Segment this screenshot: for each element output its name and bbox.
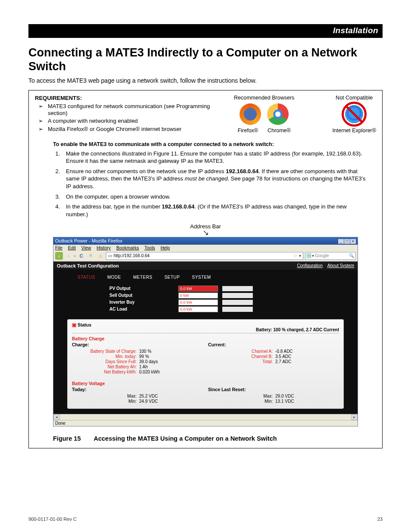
home-button[interactable]: ⌂ [97, 252, 104, 260]
kv-val: 3.5 ADC [275, 354, 291, 359]
menu-item[interactable]: Bookmarks [116, 245, 139, 250]
meter-rows: PV Output0.0 kW Sell Output0 kW Inverter… [66, 286, 345, 312]
scroll-left-icon[interactable]: ◂ [53, 414, 60, 420]
meter-value: 0.0 kW [178, 299, 218, 305]
kv-val: 29.0 VDC [275, 394, 294, 398]
browser-window: Outback Power - Mozilla Firefox _□× File… [53, 237, 358, 426]
window-title: Outback Power - Mozilla Firefox [55, 238, 122, 243]
pointer-arrow: ↘ [35, 230, 376, 235]
requirement-item: MATE3 configured for network communicati… [38, 103, 226, 117]
page-footer: 900-0117-01-00 Rev C 23 [28, 516, 383, 522]
menu-item[interactable]: Tools [144, 245, 155, 250]
search-icon[interactable]: 🔍 [349, 253, 354, 258]
close-icon[interactable]: × [350, 239, 356, 244]
figure-text: Accessing the MATE3 Using a Computer on … [93, 435, 277, 442]
link-about-system[interactable]: About System [327, 263, 354, 268]
chrome-label: Chrome® [268, 128, 291, 134]
battery-voltage-title: Battery Voltage [72, 381, 339, 386]
requirement-item: Mozilla Firefox® or Google Chrome® inter… [38, 126, 226, 133]
intro-text: To access the MATE3 web page using a net… [28, 77, 383, 84]
kv-val: 13.1 VDC [275, 399, 294, 404]
menu-item[interactable]: Help [161, 245, 170, 250]
document-page: Installation Connecting a MATE3 Indirect… [0, 0, 411, 532]
requirement-item: A computer with networking enabled [38, 118, 226, 124]
h-scrollbar[interactable]: ◂ ▸ [53, 414, 358, 420]
not-compatible-browsers: Not Compatible Internet Explorer® [332, 95, 376, 134]
kv-val: 0.020 kWh [139, 370, 160, 374]
page-icon: ▭ [108, 253, 112, 258]
kv-val: 39.0 days [139, 359, 158, 364]
forward-button[interactable]: › [65, 252, 72, 260]
not-compatible-label: Not Compatible [332, 95, 376, 101]
browser-statusbar: Done [53, 420, 358, 426]
requirements-box: REQUIREMENTS: MATE3 configured for netwo… [28, 90, 383, 448]
maximize-icon[interactable]: □ [344, 239, 350, 244]
kv-key: Max: [72, 394, 139, 398]
google-g-icon: G [307, 253, 311, 258]
battery-banner: Battery: 100 % charged, 2.7 ADC Current [72, 327, 339, 333]
step-text: In the address bar, type in the number [66, 203, 162, 210]
meter-value: 0.0 kW [178, 286, 218, 292]
firefox-icon [240, 103, 261, 125]
menu-item[interactable]: History [97, 245, 111, 250]
tab-system[interactable]: SYSTEM [192, 275, 211, 280]
tab-setup[interactable]: SETUP [165, 275, 180, 280]
requirements-title: REQUIREMENTS: [35, 95, 226, 101]
kv-key: Net Battery Ah: [72, 364, 139, 369]
minimize-icon[interactable]: _ [338, 239, 344, 244]
figure-number: Figure 15 [53, 435, 81, 442]
charge-heading: Charge: [72, 342, 203, 347]
step-ip: 192.168.0.64 [162, 203, 195, 210]
current-heading: Current: [208, 342, 339, 347]
step-ip: 192.168.0.64 [226, 168, 258, 174]
window-titlebar: Outback Power - Mozilla Firefox _□× [53, 237, 358, 245]
tab-row: STATUS MODE METERS SETUP SYSTEM [78, 275, 345, 280]
reload-button[interactable]: C [78, 252, 85, 260]
step-text: Ensure no other components on the networ… [66, 168, 226, 174]
kv-val: 1 Ah [139, 364, 148, 369]
since-reset-heading: Since Last Reset: [208, 387, 339, 392]
kv-key: Days Since Full: [72, 359, 139, 364]
kv-val: -0.8 ADC [275, 349, 293, 354]
kv-key: Channel B: [208, 354, 275, 359]
ie-label: Internet Explorer® [332, 128, 376, 134]
kv-key: Max: [208, 394, 275, 398]
meter-label: AC Load [66, 307, 174, 311]
section-tab: Installation [28, 24, 383, 38]
kv-key: Channel A: [208, 349, 275, 354]
chrome-icon [267, 103, 289, 125]
kv-key: Battery State of Charge: [72, 349, 139, 354]
kv-key: Min: [208, 399, 275, 404]
search-placeholder: Google [315, 253, 329, 258]
page-number: 23 [377, 516, 383, 522]
kv-key: Min: [72, 399, 139, 404]
address-bar[interactable]: ▭ http://192.168.0.64 ☆ ▾ [106, 252, 303, 260]
tab-status[interactable]: STATUS [78, 275, 95, 280]
status-panel: ▣Status Battery: 100 % charged, 2.7 ADC … [67, 319, 344, 409]
scroll-right-icon[interactable]: ▸ [351, 414, 358, 420]
stop-button[interactable]: ✕ [87, 252, 95, 260]
bookmark-star-icon[interactable]: ☆ [293, 253, 297, 258]
window-controls[interactable]: _□× [338, 238, 356, 244]
menu-bar[interactable]: File Edit View History Bookmarks Tools H… [53, 245, 358, 251]
menu-item[interactable]: File [55, 245, 62, 250]
search-box[interactable]: G ▾ Google 🔍 [305, 252, 356, 260]
step-item: On the computer, open a browser window. [62, 193, 367, 201]
steps-list: Make the connections illustrated in Figu… [62, 150, 367, 218]
kv-val: 24.9 VDC [139, 399, 158, 404]
status-icon: ▣ [72, 322, 76, 327]
step-item: Ensure no other components on the networ… [62, 168, 367, 190]
menu-item[interactable]: View [81, 245, 91, 250]
kv-val: 2.7 ADC [275, 359, 291, 364]
kv-key: Min. today: [72, 354, 139, 359]
tab-meters[interactable]: METERS [133, 275, 153, 280]
recommended-browsers: Recommended Browsers Firefox® Chrome® [234, 95, 294, 134]
doc-id: 900-0117-01-00 Rev C [28, 516, 77, 522]
menu-item[interactable]: Edit [68, 245, 76, 250]
tab-mode[interactable]: MODE [107, 275, 121, 280]
page-content: STATUS MODE METERS SETUP SYSTEM PV Outpu… [53, 270, 358, 414]
meter-label: Sell Output [66, 293, 174, 298]
link-configuration[interactable]: Configuration [297, 263, 322, 268]
kv-val: 100 % [139, 349, 151, 354]
back-button[interactable]: ‹ [55, 252, 63, 260]
